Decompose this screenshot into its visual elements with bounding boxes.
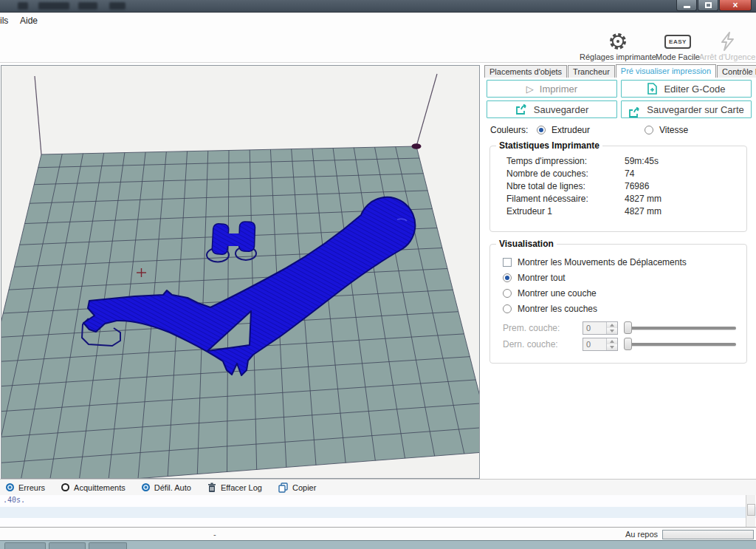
bed-right-edge-line (416, 74, 437, 146)
editer-gcode-label: Editer G-Code (664, 83, 725, 95)
radio-vitesse[interactable] (645, 126, 653, 134)
acquittements-toggle-icon (61, 483, 69, 491)
toolbar-label: Arrêt d'Urgence (698, 52, 756, 61)
menu-item-aide[interactable]: Aide (20, 16, 38, 26)
bed-corner-marker (412, 143, 422, 149)
couleurs-extrudeur-option[interactable]: Extrudeur (537, 125, 590, 135)
toolbar-label: Réglages imprimante (577, 52, 659, 61)
titlebar-redacted-text (38, 2, 69, 10)
export-card-icon (628, 106, 641, 118)
easy-mode-button[interactable]: EASY Mode Facile (656, 30, 700, 61)
couleurs-vitesse-option[interactable]: Vitesse (645, 125, 688, 135)
sauvegarder-label: Sauvegarder (534, 104, 588, 115)
dern-couche-slider[interactable] (624, 337, 736, 351)
montrer-tout-option[interactable]: Montrer tout (503, 273, 566, 283)
emergency-stop-button[interactable]: Arrêt d'Urgence (698, 30, 756, 61)
title-bar: × (0, 0, 756, 13)
stat-value: 74 (625, 168, 634, 179)
close-button[interactable]: × (719, 0, 752, 11)
printer-state-label: Au repos (625, 530, 658, 539)
show-moves-option[interactable]: Montrer les Mouvements de Déplacements (503, 257, 687, 267)
effacer-log-button[interactable]: Effacer Log (207, 482, 262, 493)
montrer-les-couches-option[interactable]: Montrer les couches (503, 304, 597, 314)
stats-title: Statistiques Imprimante (496, 140, 602, 151)
tab-trancheur[interactable]: Trancheur (568, 65, 615, 78)
menu-item-outils-partial[interactable]: ils (0, 16, 8, 26)
minimize-button[interactable] (676, 0, 697, 11)
copier-button[interactable]: Copier (278, 482, 316, 493)
log-row-band (0, 507, 756, 518)
stat-value: 76986 (625, 181, 649, 191)
minimize-icon (684, 6, 690, 8)
toolbar-label: Mode Facile (656, 52, 700, 61)
spin-up-icon[interactable] (607, 338, 617, 344)
dern-couche-spinner[interactable]: 0 (583, 338, 618, 351)
titlebar-redacted-text (78, 2, 97, 10)
printer-settings-button[interactable]: Réglages imprimante (577, 30, 659, 61)
prem-couche-slider[interactable] (624, 321, 736, 335)
scrollbar-thumb[interactable] (747, 504, 755, 516)
titlebar-redacted-text (18, 2, 28, 10)
tab-bar: Placements d'objets Trancheur Pré visual… (484, 64, 756, 78)
play-icon: ▷ (526, 83, 534, 95)
log-scrollbar[interactable]: ▲ ▼ (746, 495, 755, 527)
stat-label: Filament nécessaire: (506, 194, 588, 204)
slider-thumb[interactable] (624, 338, 632, 350)
prem-couche-label: Prem. couche: (503, 323, 577, 333)
show-moves-checkbox[interactable] (503, 258, 512, 267)
trash-icon (207, 482, 216, 493)
prem-couche-spinner[interactable]: 0 (583, 321, 618, 335)
log-area[interactable]: .40s. ▲ ▼ (0, 495, 756, 527)
spin-down-icon[interactable] (607, 344, 617, 350)
spin-up-icon[interactable] (607, 322, 617, 328)
erreurs-toggle[interactable]: Erreurs (6, 483, 45, 492)
log-toolbar: Erreurs Acquittements Défil. Auto Efface… (0, 479, 756, 495)
easy-badge-icon: EASY (656, 30, 700, 52)
dern-couche-label: Dern. couche: (503, 339, 577, 349)
maximize-button[interactable] (698, 0, 718, 11)
montrer-une-couche-option[interactable]: Montrer une couche (503, 288, 597, 299)
3d-viewport[interactable] (1, 65, 480, 479)
close-icon: × (732, 1, 738, 10)
slider-thumb[interactable] (624, 321, 632, 334)
acquittements-toggle[interactable]: Acquittements (61, 483, 126, 492)
visualisation-title: Visualisation (496, 239, 557, 249)
stats-groupbox: Statistiques Imprimante Temps d'impressi… (489, 146, 747, 232)
tab-pre-visualiser-impression[interactable]: Pré visualiser impression (616, 64, 716, 78)
bed-left-edge-line (35, 76, 41, 154)
radio-montrer-les-couches[interactable] (503, 304, 512, 313)
3d-scene[interactable] (1, 66, 479, 478)
log-text: .40s. (3, 496, 25, 504)
copy-icon (278, 482, 288, 493)
tab-controle-manuel[interactable]: Contrôle Manuel (717, 65, 756, 78)
stat-label: Nbre total de lignes: (506, 181, 585, 191)
imprimer-label: Imprimer (540, 83, 577, 95)
gear-icon (577, 30, 659, 52)
radio-montrer-tout[interactable] (503, 273, 512, 282)
titlebar-redacted-text (109, 2, 126, 10)
prem-couche-row: Prem. couche: 0 (503, 321, 736, 335)
right-panel: Placements d'objets Trancheur Pré visual… (481, 63, 756, 479)
spin-down-icon[interactable] (607, 328, 617, 334)
sauvegarder-carte-label: Sauvegarder sur Carte (647, 104, 744, 115)
stat-label: Extrudeur 1 (506, 206, 552, 216)
tab-placements-objets[interactable]: Placements d'objets (484, 65, 567, 78)
imprimer-button[interactable]: ▷ Imprimer (487, 80, 617, 98)
file-plus-icon (647, 83, 658, 95)
radio-montrer-une-couche[interactable] (503, 289, 512, 298)
radio-extrudeur[interactable] (537, 126, 546, 134)
sauvegarder-button[interactable]: Sauvegarder (487, 100, 617, 118)
sauvegarder-sur-carte-button[interactable]: Sauvegarder sur Carte (621, 100, 752, 118)
status-dash: - (213, 530, 216, 539)
defil-auto-toggle-icon (142, 483, 150, 491)
menu-bar: ils Aide (0, 13, 756, 29)
taskbar-edge (0, 540, 756, 549)
taskbar-item (4, 542, 46, 549)
export-icon (515, 103, 528, 115)
stat-label: Temps d'impression: (506, 156, 587, 166)
stat-value: 4827 mm (625, 206, 662, 216)
defil-auto-toggle[interactable]: Défil. Auto (142, 483, 191, 492)
main-toolbar: Réglages imprimante EASY Mode Facile Arr… (0, 29, 756, 63)
stat-label: Nombre de couches: (506, 168, 588, 179)
editer-gcode-button[interactable]: Editer G-Code (621, 80, 752, 98)
